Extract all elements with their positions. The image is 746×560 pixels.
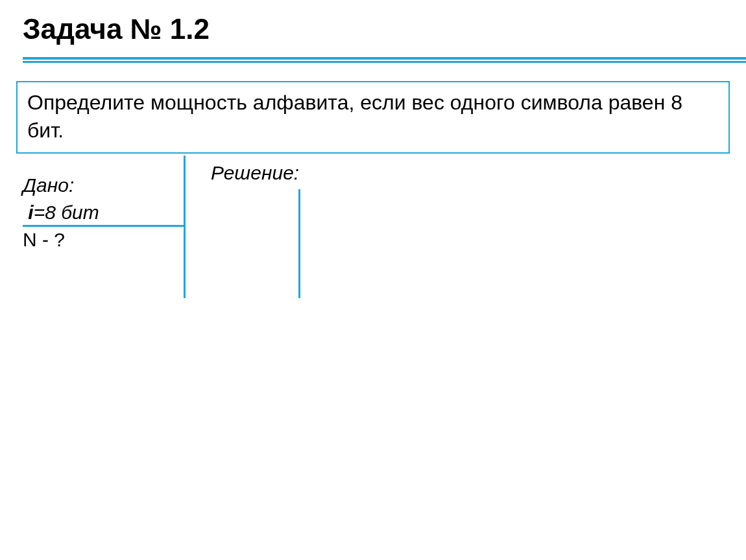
rule-bottom	[23, 61, 746, 63]
problem-text: Определите мощность алфавита, если вес о…	[27, 91, 682, 142]
vertical-divider-2	[298, 189, 300, 298]
given-item1-rest: =8 бит	[34, 202, 99, 223]
find-line: N - ?	[23, 226, 99, 253]
solution-label: Решение:	[211, 162, 299, 184]
problem-statement-box: Определите мощность алфавита, если вес о…	[16, 81, 730, 154]
given-label: Дано:	[23, 172, 99, 199]
given-horizontal-divider	[23, 225, 184, 227]
given-item-1: i=8 бит	[23, 199, 99, 226]
title-double-rule	[23, 57, 746, 64]
given-block: Дано: i=8 бит N - ?	[23, 172, 99, 253]
slide-title: Задача № 1.2	[23, 13, 210, 45]
rule-top	[23, 57, 746, 60]
given-var-i: i	[28, 202, 33, 223]
vertical-divider-1	[184, 156, 186, 298]
